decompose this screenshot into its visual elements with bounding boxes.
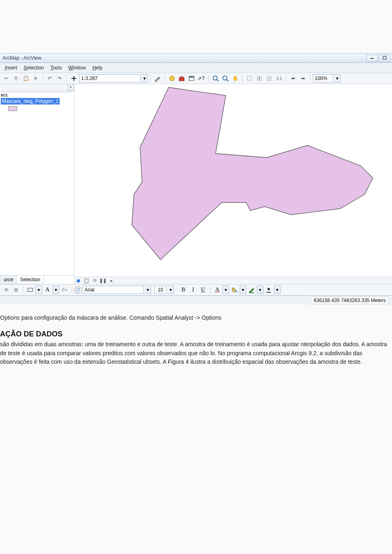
rectangle-button[interactable] <box>26 285 35 294</box>
drawing-toolbar: ⟲ ⧉ ▾ A ▾ O ▾ ▾ B I U A ▾ ▾ ▾ <box>0 284 392 296</box>
layer-swatch[interactable] <box>8 106 17 111</box>
font-color-icon: A <box>215 287 219 293</box>
italic-button[interactable]: I <box>189 285 198 294</box>
bold-icon: B <box>181 287 185 293</box>
arcmap-window: ArcMap - ArcView IInsertnsert SelectionS… <box>0 53 392 305</box>
titlebar: ArcMap - ArcView <box>0 53 392 63</box>
pause-icon: ❚❚ <box>99 278 107 283</box>
line-color-button[interactable] <box>247 285 256 294</box>
font-size-dropdown-arrow[interactable]: ▾ <box>167 286 174 294</box>
tab-selection[interactable]: Selection <box>16 276 44 284</box>
delete-button[interactable]: ✕ <box>31 74 40 83</box>
cut-button[interactable]: ✂ <box>2 74 11 83</box>
copy-icon: ⎘ <box>15 76 18 81</box>
delete-icon: ✕ <box>33 76 38 81</box>
paste-button[interactable]: 📋 <box>21 74 30 83</box>
layer-row[interactable]: Mascara_dwg_Polygon_1 <box>1 98 74 105</box>
marker-color-dropdown[interactable]: ▾ <box>274 286 281 294</box>
document-body: Options para configuração da máscara de … <box>0 305 392 383</box>
svg-point-20 <box>267 288 270 290</box>
group-layer-row[interactable]: ers <box>1 92 74 98</box>
chevron-down-icon: ▾ <box>38 287 40 293</box>
rectangle-icon <box>27 287 33 293</box>
underline-button[interactable]: U <box>198 285 207 294</box>
group-button[interactable]: ⧉ <box>11 285 20 294</box>
svg-rect-17 <box>28 288 33 291</box>
body-area: × ers Mascara_dwg_Polygon_1 urce Selecti… <box>0 84 392 284</box>
chevron-down-icon: ▾ <box>169 287 172 293</box>
font-color-dropdown[interactable]: ▾ <box>223 286 229 294</box>
bold-button[interactable]: B <box>179 285 188 294</box>
line-color-dropdown[interactable]: ▾ <box>257 286 263 294</box>
redo-button[interactable]: ↷ <box>55 74 64 83</box>
chevron-down-icon: ▾ <box>259 287 261 293</box>
map-view[interactable]: ⟳ ❚❚ ◂ <box>75 84 392 284</box>
window-controls <box>366 55 390 62</box>
close-icon: × <box>69 85 72 89</box>
shape-dropdown[interactable]: ▾ <box>36 286 42 294</box>
figure-caption: Options para configuração da máscara de … <box>0 314 392 321</box>
coordinates-display: 636158.435 7483263.335 Meters <box>311 297 389 304</box>
minimize-icon <box>370 56 374 60</box>
underline-icon: U <box>201 287 205 293</box>
svg-point-18 <box>236 291 237 292</box>
data-view-icon <box>76 278 81 283</box>
layout-view-icon <box>84 278 89 283</box>
font-color-button[interactable]: A <box>213 285 222 294</box>
chevron-down-icon: ▾ <box>276 287 278 293</box>
scissors-icon: ✂ <box>4 76 8 81</box>
pause-button[interactable]: ❚❚ <box>100 278 106 284</box>
menu-help[interactable]: HelpHelp <box>90 64 105 71</box>
marker-icon <box>265 287 272 293</box>
tab-source[interactable]: urce <box>0 276 17 284</box>
pen-icon <box>248 287 255 293</box>
group-icon: ⧉ <box>14 287 18 293</box>
undo-icon: ↶ <box>48 76 52 81</box>
data-view-button[interactable] <box>76 278 81 284</box>
text-dropdown[interactable]: ▾ <box>53 286 59 294</box>
toc-drag-handle[interactable] <box>1 91 74 92</box>
menubar: IInsertnsert SelectionSelection ToolsToo… <box>0 63 392 73</box>
map-view-controls: ⟳ ❚❚ ◂ <box>75 277 392 284</box>
minimize-button[interactable] <box>366 55 378 62</box>
text-tool-button[interactable]: A <box>43 285 52 294</box>
menu-insert[interactable]: IInsertnsert <box>2 64 20 71</box>
svg-rect-1 <box>383 56 386 59</box>
window-title: ArcMap - ArcView <box>2 55 41 61</box>
menu-window[interactable]: WindowWindow <box>66 64 88 71</box>
rotate-icon: ⟲ <box>4 287 8 293</box>
fill-color-button[interactable] <box>230 285 239 294</box>
svg-rect-16 <box>85 279 88 283</box>
copy-button[interactable]: ⎘ <box>11 74 20 83</box>
layout-view-button[interactable] <box>84 278 89 284</box>
rotate-button[interactable]: ⟲ <box>2 285 11 294</box>
italic-icon: I <box>192 287 194 293</box>
maximize-icon <box>382 56 387 60</box>
add-data-button[interactable] <box>69 74 78 83</box>
font-style-button[interactable]: O <box>74 286 82 294</box>
scroll-left-button[interactable]: ◂ <box>108 278 114 284</box>
toolbar-separator <box>67 74 67 82</box>
toc-header: × <box>0 84 74 91</box>
marker-color-button[interactable] <box>264 285 273 294</box>
undo-button[interactable]: ↶ <box>45 74 54 83</box>
toolbar-separator <box>23 286 23 294</box>
redo-icon: ↷ <box>58 76 62 81</box>
menu-selection[interactable]: SelectionSelection <box>21 64 46 71</box>
edit-vertices-button[interactable] <box>60 285 69 294</box>
toc-tabs: urce Selection <box>0 275 74 284</box>
maximize-button[interactable] <box>379 55 390 62</box>
font-family-input[interactable] <box>82 286 144 294</box>
font-size-input[interactable] <box>154 286 167 294</box>
paste-icon: 📋 <box>23 76 29 81</box>
chevron-down-icon: ▾ <box>147 287 149 293</box>
section-heading: AÇÃO DE DADOS <box>0 330 392 338</box>
svg-rect-4 <box>180 76 183 78</box>
triangle-left-icon: ◂ <box>110 278 112 283</box>
refresh-button[interactable]: ⟳ <box>92 278 98 284</box>
fill-color-dropdown[interactable]: ▾ <box>240 286 246 294</box>
layer-name: Mascara_dwg_Polygon_1 <box>1 98 60 105</box>
font-dropdown-arrow[interactable]: ▾ <box>145 286 151 294</box>
toc-close-button[interactable]: × <box>68 85 74 90</box>
menu-tools[interactable]: ToolsTools <box>48 64 64 71</box>
